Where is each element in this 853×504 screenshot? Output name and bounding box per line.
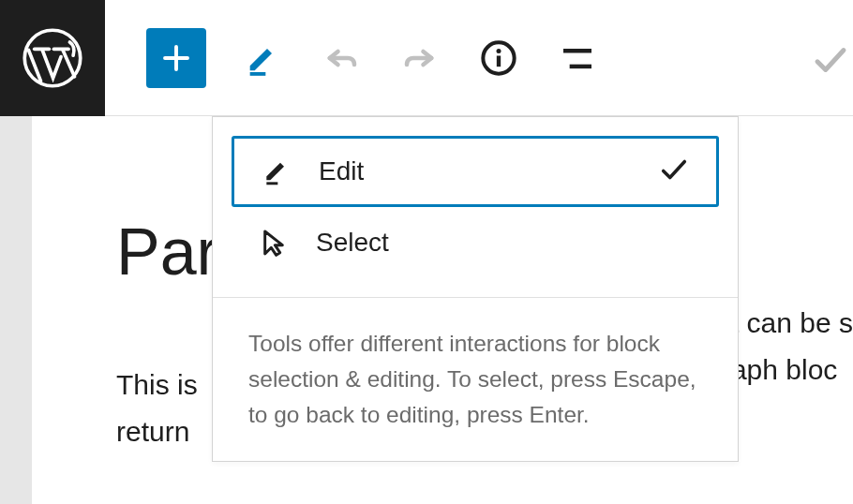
svg-rect-4 xyxy=(497,55,501,67)
plus-icon xyxy=(159,41,193,75)
outline-button[interactable] xyxy=(555,36,600,81)
dropdown-item-select[interactable]: Select xyxy=(232,207,719,278)
dropdown-item-label: Edit xyxy=(319,156,364,186)
svg-rect-5 xyxy=(563,49,591,53)
editor-toolbar xyxy=(0,0,853,116)
wordpress-icon xyxy=(21,26,84,90)
paragraph-text: return xyxy=(116,416,189,447)
outline-icon xyxy=(559,39,596,77)
undo-icon xyxy=(322,38,361,78)
pencil-icon xyxy=(261,156,292,187)
admin-sidebar-collapsed xyxy=(0,116,32,504)
paragraph-text: This is xyxy=(116,369,198,400)
redo-icon xyxy=(400,38,440,78)
paragraph-text: aph bloc xyxy=(731,347,853,393)
pencil-icon xyxy=(244,39,281,77)
svg-rect-6 xyxy=(570,64,591,68)
undo-button[interactable] xyxy=(319,36,364,81)
wordpress-home-button[interactable] xyxy=(0,0,105,116)
svg-rect-1 xyxy=(250,72,266,76)
tools-mode-dropdown: Edit Select Tools offer different intera… xyxy=(212,116,739,462)
dropdown-item-label: Select xyxy=(316,228,389,258)
svg-point-3 xyxy=(497,49,501,53)
cursor-icon xyxy=(258,227,290,259)
tools-mode-button[interactable] xyxy=(240,36,285,81)
check-icon xyxy=(658,154,690,189)
info-button[interactable] xyxy=(476,36,521,81)
redo-button[interactable] xyxy=(397,36,442,81)
dropdown-item-edit[interactable]: Edit xyxy=(232,136,719,207)
add-block-button[interactable] xyxy=(146,28,206,88)
dropdown-help-text: Tools offer different interactions for b… xyxy=(213,298,738,461)
svg-rect-7 xyxy=(266,182,277,185)
paragraph-text: t can be s xyxy=(731,300,853,347)
save-status[interactable] xyxy=(808,37,853,82)
check-icon xyxy=(811,40,850,80)
info-icon xyxy=(480,39,517,77)
